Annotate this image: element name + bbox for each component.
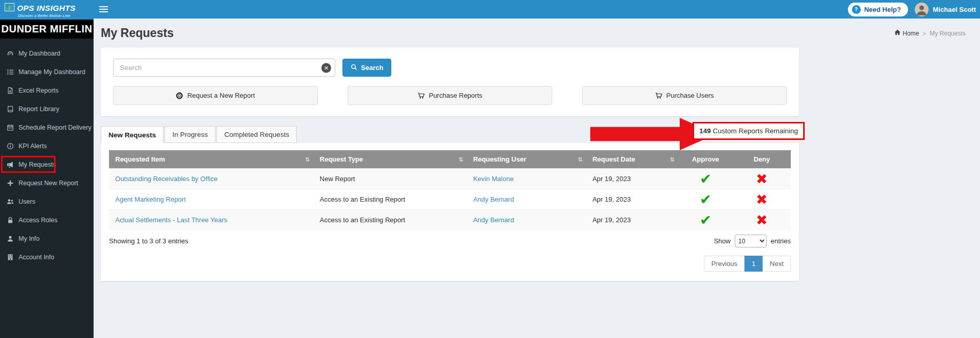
search-input[interactable] <box>113 59 335 77</box>
column-header-request-date[interactable]: Request Date⇅ <box>586 150 678 169</box>
sidebar-item-excel-reports[interactable]: Excel Reports <box>0 81 94 100</box>
breadcrumb-home-link[interactable]: Home <box>894 29 919 37</box>
requested-item-link[interactable]: Agent Marketing Report <box>115 195 186 203</box>
custom-reports-remaining-badge: 149 Custom Reports Remaining <box>693 122 805 140</box>
column-header-request-type[interactable]: Request Type⇅ <box>314 150 467 169</box>
column-header-label: Request Date <box>592 155 635 163</box>
current-page-button[interactable]: 1 <box>745 256 763 272</box>
entries-label: entries <box>771 237 791 245</box>
approve-cell: ✔ <box>678 210 733 230</box>
sidebar-item-label: Schedule Report Delivery <box>19 124 92 131</box>
menu-toggle-button[interactable] <box>99 0 114 19</box>
request-type-cell: Access to an Existing Report <box>314 210 467 230</box>
search-button[interactable]: Search <box>342 59 391 77</box>
deny-cell: ✖ <box>733 210 791 230</box>
requested-item-cell: Outstanding Receivables by Office <box>109 169 314 189</box>
page-size-select[interactable]: 10 <box>735 235 767 247</box>
lock-icon <box>6 217 14 224</box>
sidebar-item-schedule-report-delivery[interactable]: Schedule Report Delivery <box>0 118 94 137</box>
requested-item-link[interactable]: Actual Settlements - Last Three Years <box>115 216 227 224</box>
tab-completed-requests[interactable]: Completed Requests <box>216 126 297 143</box>
question-mark-icon: ? <box>852 5 861 14</box>
sidebar-item-users[interactable]: Users <box>0 192 94 211</box>
column-header-deny: Deny <box>733 150 791 169</box>
request-a-new-report-button[interactable]: Request a New Report <box>113 86 318 105</box>
deny-x-icon[interactable]: ✖ <box>756 192 768 206</box>
requested-item-link[interactable]: Outstanding Receivables by Office <box>115 175 217 183</box>
requests-table: Requested Item⇅Request Type⇅Requesting U… <box>109 150 791 230</box>
action-buttons-row: Request a New ReportPurchase ReportsPurc… <box>113 86 787 105</box>
pagination: Previous 1 Next <box>109 256 791 272</box>
purchase-reports-button[interactable]: Purchase Reports <box>348 86 552 105</box>
request-date-cell: Apr 19, 2023 <box>586 210 678 230</box>
cart-icon <box>655 92 662 99</box>
approve-check-icon[interactable]: ✔ <box>700 192 712 206</box>
app-logo: OPS INSIGHTS Discover a Better Bottom Li… <box>0 0 94 20</box>
requests-section: New RequestsIn ProgressCompleted Request… <box>101 126 799 281</box>
tab-in-progress[interactable]: In Progress <box>165 126 215 143</box>
logo-tagline: Discover a Better Bottom Line <box>18 14 89 17</box>
approve-cell: ✔ <box>678 189 733 210</box>
sidebar-item-label: My Requests <box>19 161 56 168</box>
column-header-label: Request Type <box>320 155 363 163</box>
sidebar-item-report-library[interactable]: Report Library <box>0 100 94 118</box>
purchase-users-button[interactable]: Purchase Users <box>582 86 787 105</box>
column-header-approve: Approve <box>678 150 733 169</box>
sidebar: OPS INSIGHTS Discover a Better Bottom Li… <box>0 0 94 338</box>
column-header-label: Requesting User <box>473 155 526 163</box>
column-header-requesting-user[interactable]: Requesting User⇅ <box>467 150 586 169</box>
sidebar-item-label: KPI Alerts <box>19 143 47 150</box>
sidebar-item-label: Request New Report <box>19 180 78 187</box>
breadcrumb-home-label: Home <box>903 30 919 37</box>
life-ring-icon <box>176 92 183 99</box>
excel-file-icon <box>6 87 14 94</box>
sidebar-item-label: My Dashboard <box>19 50 60 57</box>
requesting-user-link[interactable]: Kevin Malone <box>473 175 514 183</box>
sidebar-item-kpi-alerts[interactable]: KPI Alerts <box>0 137 94 155</box>
cart-icon <box>418 92 425 99</box>
user-menu[interactable]: Michael Scott <box>915 3 976 16</box>
sidebar-item-my-dashboard[interactable]: My Dashboard <box>0 44 94 63</box>
clear-search-button[interactable]: ✕ <box>321 63 331 73</box>
requested-item-cell: Agent Marketing Report <box>109 189 314 210</box>
sort-icon: ⇅ <box>670 156 675 163</box>
home-icon <box>894 29 901 37</box>
book-icon <box>6 105 14 113</box>
sidebar-item-label: Users <box>19 198 35 205</box>
search-card: ✕ Search Request a New ReportPurchase Re… <box>101 48 799 116</box>
deny-cell: ✖ <box>733 169 791 189</box>
page-title: My Requests <box>101 26 174 40</box>
deny-x-icon[interactable]: ✖ <box>756 172 768 186</box>
action-button-label: Request a New Report <box>187 92 255 99</box>
deny-x-icon[interactable]: ✖ <box>756 213 768 227</box>
bullhorn-icon <box>6 161 14 168</box>
sidebar-item-access-roles[interactable]: Access Roles <box>0 211 94 229</box>
column-header-label: Approve <box>692 155 719 163</box>
sidebar-item-request-new-report[interactable]: Request New Report <box>0 174 94 192</box>
approve-check-icon[interactable]: ✔ <box>700 172 712 186</box>
sort-icon: ⇅ <box>578 156 583 163</box>
requesting-user-cell: Andy Bernard <box>467 210 586 230</box>
need-help-button[interactable]: ? Need Help? <box>848 3 909 16</box>
requesting-user-link[interactable]: Andy Bernard <box>473 195 514 203</box>
sidebar-item-label: My Info <box>19 235 40 242</box>
show-label: Show <box>714 237 731 245</box>
approve-check-icon[interactable]: ✔ <box>700 213 712 227</box>
topbar: ? Need Help? Michael Scott <box>94 0 980 19</box>
sidebar-item-manage-my-dashboard[interactable]: Manage My Dashboard <box>0 63 94 81</box>
requesting-user-link[interactable]: Andy Bernard <box>473 216 514 224</box>
sort-icon: ⇅ <box>459 156 463 163</box>
search-button-label: Search <box>361 64 383 72</box>
previous-page-button[interactable]: Previous <box>704 256 745 272</box>
request-type-cell: New Report <box>314 169 467 189</box>
tab-new-requests[interactable]: New Requests <box>101 126 164 144</box>
sidebar-item-my-requests[interactable]: My Requests <box>0 155 94 174</box>
column-header-requested-item[interactable]: Requested Item⇅ <box>109 150 314 169</box>
next-page-button[interactable]: Next <box>763 256 791 272</box>
action-button-label: Purchase Reports <box>429 92 482 99</box>
sidebar-item-account-info[interactable]: Account Info <box>0 248 94 266</box>
sidebar-item-my-info[interactable]: My Info <box>0 229 94 248</box>
app-root: OPS INSIGHTS Discover a Better Bottom Li… <box>0 0 980 338</box>
sidebar-item-label: Manage My Dashboard <box>19 68 85 76</box>
requested-item-cell: Actual Settlements - Last Three Years <box>109 210 314 230</box>
